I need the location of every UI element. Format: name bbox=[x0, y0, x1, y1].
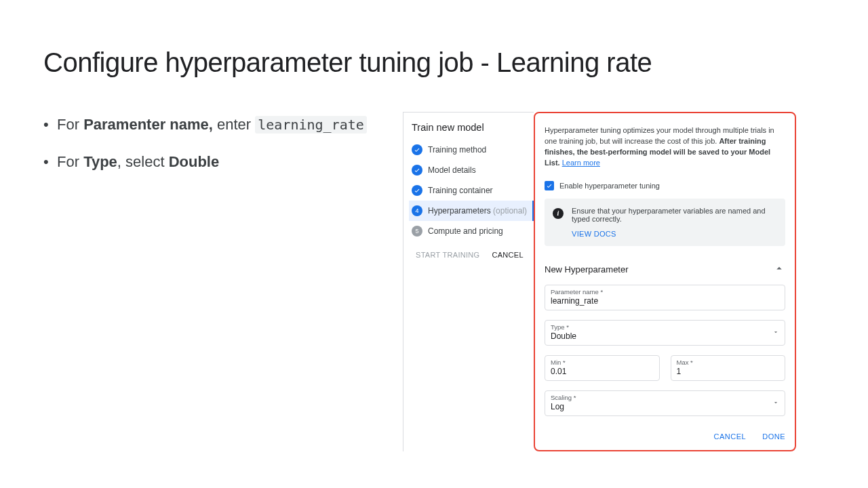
panel-done-button[interactable]: DONE bbox=[762, 432, 785, 441]
text: For bbox=[57, 153, 83, 170]
step-number-icon: 4 bbox=[412, 205, 422, 216]
text: , select bbox=[117, 153, 169, 170]
step-training-container[interactable]: Training container bbox=[409, 180, 534, 201]
learn-more-link[interactable]: Learn more bbox=[562, 159, 600, 167]
step-hyperparameters[interactable]: 4 Hyperparameters (optional) bbox=[409, 201, 534, 221]
field-label: Type * bbox=[551, 323, 779, 331]
info-icon: i bbox=[553, 208, 564, 219]
page-title: Configure hyperparameter tuning job - Le… bbox=[43, 47, 825, 78]
view-docs-link[interactable]: VIEW DOCS bbox=[572, 230, 777, 238]
check-icon bbox=[412, 165, 422, 176]
check-icon bbox=[412, 144, 422, 155]
start-training-button[interactable]: START TRAINING bbox=[416, 251, 479, 259]
checkbox-label: Enable hyperparameter tuning bbox=[559, 182, 660, 190]
step-label: Compute and pricing bbox=[428, 226, 503, 236]
text-strong: Paramenter name, bbox=[83, 116, 213, 133]
chevron-down-icon bbox=[772, 399, 779, 407]
scaling-select[interactable]: Scaling * Log bbox=[545, 390, 785, 416]
text-strong: Double bbox=[169, 153, 220, 170]
field-value: learning_rate bbox=[551, 296, 779, 306]
field-label: Parameter name * bbox=[551, 288, 779, 296]
instructions-list: For Paramenter name, enter learning_rate… bbox=[43, 112, 382, 451]
chevron-up-icon bbox=[773, 262, 785, 277]
chevron-down-icon bbox=[772, 329, 779, 337]
field-value: 1 bbox=[677, 367, 780, 376]
checkbox-checked-icon bbox=[545, 181, 554, 190]
screenshot: Train new model Training method Model de… bbox=[403, 112, 796, 451]
type-select[interactable]: Type * Double bbox=[545, 320, 785, 346]
check-icon bbox=[412, 185, 422, 196]
field-value: 0.01 bbox=[551, 367, 654, 376]
info-box: i Ensure that your hyperparameter variab… bbox=[545, 199, 785, 246]
code-learning-rate: learning_rate bbox=[255, 116, 367, 134]
step-compute-pricing[interactable]: 5 Compute and pricing bbox=[409, 221, 534, 241]
max-field[interactable]: Max * 1 bbox=[671, 355, 786, 381]
new-hyperparameter-header[interactable]: New Hyperparameter bbox=[545, 262, 785, 277]
step-label: Hyperparameters (optional) bbox=[428, 206, 527, 216]
field-label: Max * bbox=[677, 359, 780, 366]
stepper-sidebar: Train new model Training method Model de… bbox=[403, 112, 534, 451]
panel-cancel-button[interactable]: CANCEL bbox=[714, 432, 747, 441]
info-message: Ensure that your hyperparameter variable… bbox=[572, 207, 777, 223]
step-number-icon: 5 bbox=[412, 226, 422, 237]
section-title: New Hyperparameter bbox=[545, 264, 629, 274]
step-model-details[interactable]: Model details bbox=[409, 160, 534, 180]
bullet-param-name: For Paramenter name, enter learning_rate bbox=[57, 112, 382, 137]
field-value: Double bbox=[551, 331, 779, 341]
step-training-method[interactable]: Training method bbox=[409, 140, 534, 160]
step-label: Model details bbox=[428, 165, 476, 175]
text: enter bbox=[213, 116, 255, 133]
field-value: Log bbox=[551, 402, 779, 411]
text: For bbox=[57, 116, 83, 133]
parameter-name-field[interactable]: Parameter name * learning_rate bbox=[545, 285, 785, 310]
field-label: Min * bbox=[551, 359, 654, 366]
bullet-type: For Type, select Double bbox=[57, 149, 382, 174]
step-label: Training method bbox=[428, 145, 486, 155]
stepper-heading: Train new model bbox=[412, 122, 534, 133]
panel-description: Hyperparameter tuning optimizes your mod… bbox=[545, 125, 785, 169]
text-strong: Type bbox=[83, 153, 117, 170]
field-label: Scaling * bbox=[551, 394, 779, 401]
enable-tuning-checkbox-row[interactable]: Enable hyperparameter tuning bbox=[545, 181, 785, 190]
step-label: Training container bbox=[428, 186, 493, 195]
cancel-button[interactable]: CANCEL bbox=[492, 251, 523, 259]
hyperparameter-panel: Hyperparameter tuning optimizes your mod… bbox=[534, 112, 796, 451]
min-field[interactable]: Min * 0.01 bbox=[545, 355, 660, 381]
